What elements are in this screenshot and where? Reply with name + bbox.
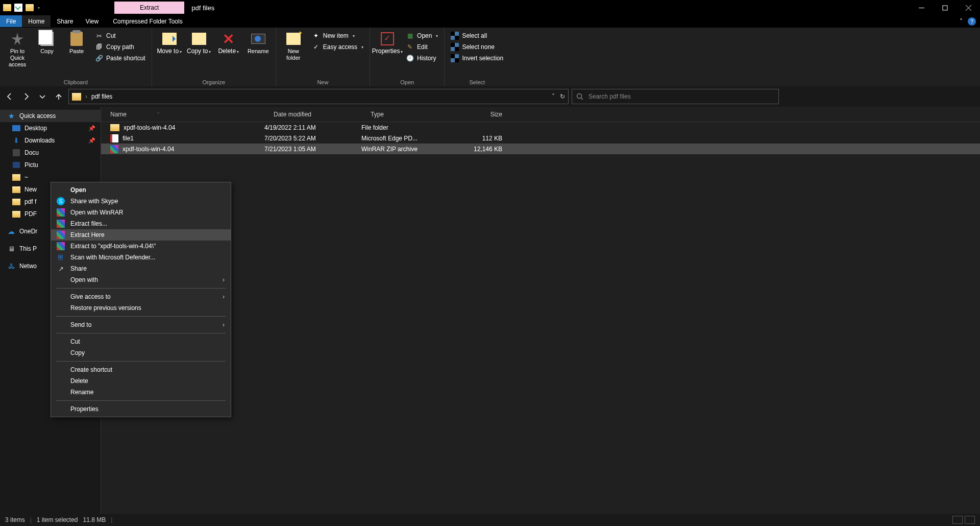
contextual-tab-pink[interactable]: Extract <box>114 2 184 14</box>
help-icon[interactable]: ? <box>968 17 976 26</box>
group-label-select: Select <box>449 78 505 85</box>
paste-shortcut-button[interactable]: 🔗Paste shortcut <box>93 53 148 63</box>
move-to-button[interactable]: Move to▾ <box>156 30 183 55</box>
ribbon-group-select: Select all Select none Invert selection … <box>445 28 509 86</box>
column-type[interactable]: Type <box>361 111 448 118</box>
rename-button[interactable]: Rename <box>245 30 272 55</box>
copy-to-button[interactable]: Copy to▾ <box>186 30 212 55</box>
cut-button[interactable]: ✂Cut <box>93 31 148 41</box>
sidebar-item-downloads[interactable]: ⬇Downloads📌 <box>0 134 101 147</box>
search-input[interactable] <box>589 93 774 100</box>
tab-compressed-folder-tools[interactable]: Compressed Folder Tools <box>107 15 189 27</box>
up-button[interactable] <box>52 90 65 103</box>
address-bar[interactable]: › pdf files ˅ ↻ <box>68 89 569 104</box>
select-all-icon <box>451 32 459 40</box>
close-button[interactable] <box>957 0 980 15</box>
properties-button[interactable]: Properties▾ <box>374 30 401 55</box>
invert-selection-button[interactable]: Invert selection <box>449 53 505 63</box>
ctx-copy[interactable]: Copy <box>51 347 231 358</box>
back-button[interactable] <box>3 90 16 103</box>
archive-icon <box>110 145 118 153</box>
paste-button[interactable]: Paste <box>63 30 90 55</box>
qat-dropdown-icon[interactable]: ▾ <box>38 6 40 10</box>
ctx-restore-versions[interactable]: Restore previous versions <box>51 302 231 314</box>
address-dropdown-icon[interactable]: ˅ <box>552 93 555 100</box>
delete-button[interactable]: ✕ Delete▾ <box>215 30 242 55</box>
select-none-button[interactable]: Select none <box>449 42 505 52</box>
folder-icon <box>12 186 20 193</box>
details-view-button[interactable] <box>952 516 963 524</box>
file-name: xpdf-tools-win-4.04 <box>122 146 174 153</box>
open-button[interactable]: ▦Open▾ <box>404 31 440 41</box>
history-button[interactable]: 🕘History <box>404 53 440 63</box>
search-icon <box>576 93 583 100</box>
column-name[interactable]: Name˄ <box>101 111 264 118</box>
column-date[interactable]: Date modified <box>264 111 361 118</box>
search-box[interactable] <box>572 89 779 104</box>
refresh-button[interactable]: ↻ <box>560 93 565 100</box>
table-row[interactable]: xpdf-tools-win-4.04 4/19/2022 2:11 AM Fi… <box>101 122 980 133</box>
select-none-icon <box>451 43 459 51</box>
ctx-extract-files[interactable]: Extract files... <box>51 218 231 229</box>
easy-access-button[interactable]: ✓Easy access▾ <box>310 42 365 52</box>
copy-button[interactable]: Copy <box>34 30 60 55</box>
qat-save-icon[interactable] <box>14 4 22 12</box>
edit-button[interactable]: ✎Edit <box>404 42 440 52</box>
file-type: File folder <box>361 124 448 131</box>
ribbon-collapse-icon[interactable]: ˄ <box>960 18 963 25</box>
forward-button[interactable] <box>19 90 33 103</box>
tab-file[interactable]: File <box>0 15 22 27</box>
skype-icon: S <box>57 197 65 205</box>
table-row[interactable]: xpdf-tools-win-4.04 7/21/2023 1:05 AM Wi… <box>101 144 980 154</box>
ctx-separator <box>56 316 226 317</box>
tab-view[interactable]: View <box>79 15 105 27</box>
ctx-open-with[interactable]: Open with› <box>51 274 231 285</box>
ctx-properties[interactable]: Properties <box>51 403 231 415</box>
group-label-organize: Organize <box>156 78 272 85</box>
qat-folder-icon[interactable] <box>26 4 34 11</box>
ctx-defender-scan[interactable]: ⛨Scan with Microsoft Defender... <box>51 252 231 263</box>
column-size[interactable]: Size <box>448 111 509 118</box>
pin-to-quick-access-button[interactable]: Pin to Quick access <box>4 30 31 68</box>
ribbon-group-new: New folder ✦New item▾ ✓Easy access▾ New <box>276 28 370 86</box>
minimize-button[interactable] <box>910 0 933 15</box>
ctx-open-winrar[interactable]: Open with WinRAR <box>51 207 231 218</box>
ctx-share[interactable]: ↗Share <box>51 263 231 274</box>
recent-locations-button[interactable] <box>36 90 49 103</box>
maximize-button[interactable] <box>933 0 957 15</box>
ctx-extract-here[interactable]: Extract Here <box>51 229 231 241</box>
properties-icon <box>381 32 394 45</box>
ctx-give-access[interactable]: Give access to› <box>51 291 231 302</box>
tab-home[interactable]: Home <box>22 15 51 27</box>
svg-line-6 <box>581 98 583 100</box>
thumbnails-view-button[interactable] <box>965 516 975 524</box>
winrar-icon <box>57 231 65 239</box>
breadcrumb[interactable]: pdf files <box>91 93 112 100</box>
sidebar-item-quick-access[interactable]: ★Quick access <box>0 110 101 122</box>
pin-icon <box>11 33 23 45</box>
ctx-delete[interactable]: Delete <box>51 375 231 387</box>
sidebar-item-documents[interactable]: Docu <box>0 147 101 159</box>
new-folder-button[interactable]: New folder <box>280 30 307 61</box>
ctx-rename[interactable]: Rename <box>51 387 231 398</box>
new-item-icon: ✦ <box>312 32 320 40</box>
ctx-cut[interactable]: Cut <box>51 336 231 347</box>
ctx-separator <box>56 288 226 289</box>
ctx-extract-to[interactable]: Extract to "xpdf-tools-win-4.04\" <box>51 241 231 252</box>
submenu-arrow-icon: › <box>223 293 225 300</box>
ribbon-group-open: Properties▾ ▦Open▾ ✎Edit 🕘History Open <box>370 28 445 86</box>
table-row[interactable]: file1 7/20/2023 5:22 AM Microsoft Edge P… <box>101 133 980 144</box>
sidebar-item-pictures[interactable]: Pictu <box>0 159 101 171</box>
sidebar-item-desktop[interactable]: Desktop📌 <box>0 122 101 134</box>
ctx-send-to[interactable]: Send to› <box>51 319 231 330</box>
column-headers: Name˄ Date modified Type Size <box>101 107 980 122</box>
status-bar: 3 items | 1 item selected 11.8 MB | <box>0 514 980 526</box>
pin-icon: 📌 <box>88 137 95 144</box>
new-item-button[interactable]: ✦New item▾ <box>310 31 365 41</box>
tab-share[interactable]: Share <box>51 15 79 27</box>
ctx-open[interactable]: Open <box>51 184 231 196</box>
copy-path-button[interactable]: 🗐Copy path <box>93 42 148 52</box>
ctx-share-skype[interactable]: SShare with Skype <box>51 196 231 207</box>
ctx-create-shortcut[interactable]: Create shortcut <box>51 364 231 375</box>
select-all-button[interactable]: Select all <box>449 31 505 41</box>
